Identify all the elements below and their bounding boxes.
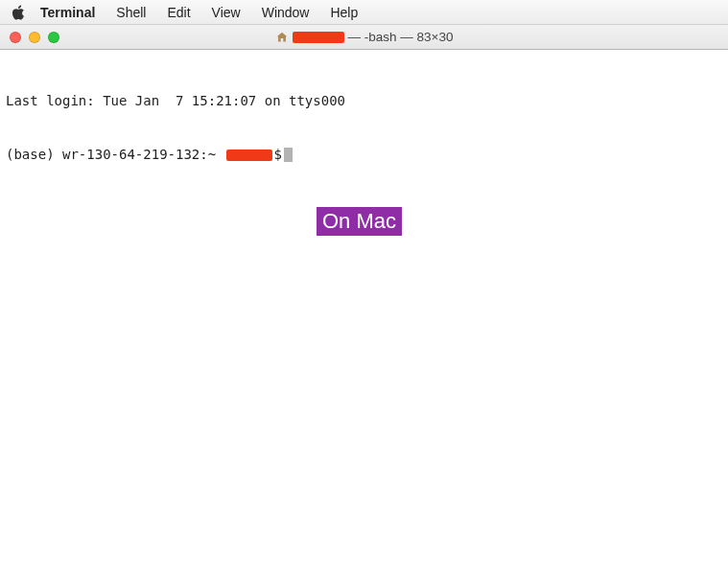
terminal-content[interactable]: Last login: Tue Jan 7 15:21:07 on ttys00… (0, 50, 728, 188)
menu-view[interactable]: View (212, 5, 241, 20)
zoom-button[interactable] (48, 32, 59, 43)
menu-shell[interactable]: Shell (116, 5, 146, 20)
prompt-suffix: $ (274, 147, 282, 162)
menu-window[interactable]: Window (262, 5, 310, 20)
window-titlebar: — -bash — 83×30 (0, 25, 728, 50)
overlay-annotation: On Mac (317, 207, 402, 236)
minimize-button[interactable] (29, 32, 40, 43)
menu-edit[interactable]: Edit (167, 5, 190, 20)
redacted-user-prompt (226, 150, 272, 161)
home-folder-icon (275, 31, 289, 44)
apple-logo-icon[interactable] (12, 6, 25, 19)
terminal-cursor (284, 148, 293, 162)
menubar: Terminal Shell Edit View Window Help (0, 0, 728, 25)
traffic-lights (10, 32, 59, 43)
close-button[interactable] (10, 32, 21, 43)
window-title-text: — -bash — 83×30 (348, 30, 454, 44)
last-login-line: Last login: Tue Jan 7 15:21:07 on ttys00… (6, 92, 722, 110)
menu-app-name[interactable]: Terminal (40, 5, 95, 20)
prompt-line: (base) wr-130-64-219-132:~ $ (6, 146, 722, 164)
window-title: — -bash — 83×30 (275, 30, 454, 44)
redacted-username (293, 32, 344, 43)
menu-help[interactable]: Help (330, 5, 358, 20)
prompt-prefix: (base) wr-130-64-219-132:~ (6, 147, 224, 162)
